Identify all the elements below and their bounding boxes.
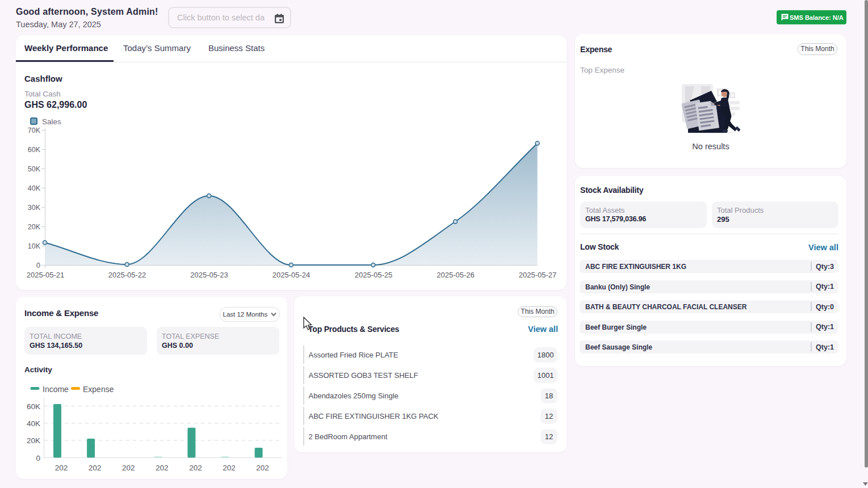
svg-text:40K: 40K [28, 184, 41, 192]
svg-text:202: 202 [55, 464, 68, 472]
svg-text:2025-05-27: 2025-05-27 [519, 271, 557, 279]
svg-text:202: 202 [122, 464, 135, 472]
svg-text:30K: 30K [28, 204, 41, 212]
svg-text:202: 202 [223, 464, 236, 472]
svg-text:70K: 70K [28, 127, 41, 134]
svg-text:2025-05-21: 2025-05-21 [27, 271, 65, 279]
svg-text:Income: Income [43, 385, 69, 394]
svg-text:40K: 40K [27, 419, 40, 428]
svg-text:10K: 10K [28, 242, 41, 250]
svg-text:50K: 50K [28, 165, 41, 173]
svg-text:2025-05-23: 2025-05-23 [190, 271, 228, 279]
svg-text:60K: 60K [27, 402, 40, 411]
svg-text:202: 202 [89, 464, 102, 472]
svg-text:2025-05-24: 2025-05-24 [272, 271, 311, 279]
svg-text:2025-05-22: 2025-05-22 [108, 271, 146, 279]
svg-text:60K: 60K [28, 146, 41, 154]
svg-text:202: 202 [156, 464, 169, 472]
svg-text:0: 0 [36, 454, 40, 462]
svg-text:Expense: Expense [83, 385, 114, 394]
svg-text:202: 202 [256, 464, 269, 472]
svg-text:0: 0 [36, 262, 40, 270]
svg-text:202: 202 [189, 464, 202, 472]
svg-text:2025-05-26: 2025-05-26 [437, 271, 475, 279]
svg-text:20K: 20K [28, 223, 41, 231]
svg-text:20K: 20K [27, 436, 40, 445]
svg-text:2025-05-25: 2025-05-25 [355, 271, 393, 279]
